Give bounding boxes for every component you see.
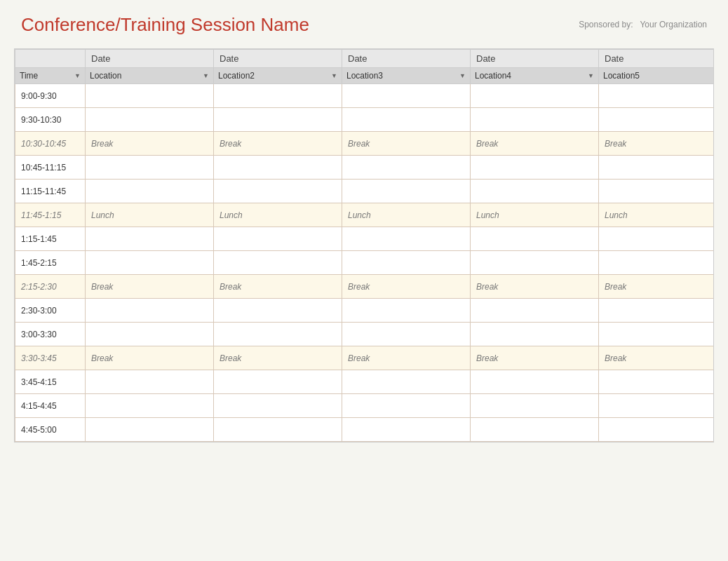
sponsor-label: Sponsored by:: [579, 20, 633, 29]
table-row: 3:45-4:15: [15, 370, 715, 394]
data-cell[interactable]: Break: [599, 275, 715, 299]
data-cell[interactable]: Break: [86, 132, 214, 156]
data-cell[interactable]: [86, 370, 214, 394]
sponsor-name: Your Organization: [640, 20, 707, 29]
data-cell[interactable]: [599, 299, 715, 323]
schedule-table: Date Date Date Date Date Time ▼ Location…: [15, 49, 714, 442]
data-cell[interactable]: [342, 108, 471, 132]
data-cell[interactable]: [342, 156, 471, 180]
data-cell[interactable]: [86, 227, 214, 251]
data-cell[interactable]: [214, 84, 342, 108]
location1-dropdown-icon[interactable]: ▼: [203, 72, 209, 79]
table-row: 9:30-10:30: [15, 108, 715, 132]
data-cell[interactable]: [342, 227, 471, 251]
table-row: 1:45-2:15: [15, 251, 715, 275]
data-cell[interactable]: Lunch: [599, 203, 715, 227]
time-cell: 11:45-1:15: [15, 203, 86, 227]
table-row: 2:15-2:30BreakBreakBreakBreakBreak: [15, 275, 715, 299]
data-cell[interactable]: [599, 180, 715, 203]
location5-header: Location5 ▼: [599, 68, 715, 84]
location5-label: Location5: [603, 71, 640, 81]
data-cell[interactable]: [214, 251, 342, 275]
data-cell[interactable]: [86, 108, 214, 132]
data-cell[interactable]: [471, 299, 599, 323]
data-cell[interactable]: [86, 323, 214, 346]
table-row: 4:15-4:45: [15, 394, 715, 418]
data-cell[interactable]: Break: [342, 275, 471, 299]
data-cell[interactable]: [342, 394, 471, 418]
data-cell[interactable]: [214, 108, 342, 132]
data-cell[interactable]: [214, 418, 342, 442]
data-cell[interactable]: [86, 418, 214, 442]
data-cell[interactable]: [471, 251, 599, 275]
location4-header: Location4 ▼: [471, 68, 599, 84]
data-cell[interactable]: Break: [471, 132, 599, 156]
data-cell[interactable]: Break: [599, 132, 715, 156]
data-cell[interactable]: [342, 299, 471, 323]
data-cell[interactable]: [86, 180, 214, 203]
data-cell[interactable]: [599, 108, 715, 132]
time-cell: 1:45-2:15: [15, 251, 86, 275]
data-cell[interactable]: [599, 227, 715, 251]
data-cell[interactable]: [342, 418, 471, 442]
data-cell[interactable]: [342, 323, 471, 346]
data-cell[interactable]: [342, 370, 471, 394]
data-cell[interactable]: [86, 251, 214, 275]
data-cell[interactable]: [471, 227, 599, 251]
data-cell[interactable]: [214, 227, 342, 251]
data-cell[interactable]: Break: [86, 275, 214, 299]
data-cell[interactable]: [86, 156, 214, 180]
data-cell[interactable]: Lunch: [342, 203, 471, 227]
data-cell[interactable]: Break: [214, 275, 342, 299]
data-cell[interactable]: [599, 251, 715, 275]
time-cell: 3:30-3:45: [15, 346, 86, 370]
data-cell[interactable]: [471, 370, 599, 394]
data-cell[interactable]: Break: [471, 275, 599, 299]
data-cell[interactable]: [599, 156, 715, 180]
location2-dropdown-icon[interactable]: ▼: [331, 72, 337, 79]
data-cell[interactable]: [471, 394, 599, 418]
data-cell[interactable]: [214, 156, 342, 180]
time-cell: 1:15-1:45: [15, 227, 86, 251]
location4-dropdown-icon[interactable]: ▼: [588, 72, 594, 79]
data-cell[interactable]: Break: [342, 132, 471, 156]
time-dropdown-icon[interactable]: ▼: [74, 72, 81, 79]
data-cell[interactable]: Lunch: [214, 203, 342, 227]
data-cell[interactable]: [214, 394, 342, 418]
data-cell[interactable]: [342, 180, 471, 203]
data-cell[interactable]: [86, 84, 214, 108]
data-cell[interactable]: [214, 323, 342, 346]
location3-dropdown-icon[interactable]: ▼: [459, 72, 466, 79]
time-cell: 10:45-11:15: [15, 156, 86, 180]
schedule-body: 9:00-9:309:30-10:3010:30-10:45BreakBreak…: [15, 84, 715, 442]
data-cell[interactable]: [471, 108, 599, 132]
data-cell[interactable]: [471, 156, 599, 180]
data-cell[interactable]: [86, 394, 214, 418]
data-cell[interactable]: [471, 84, 599, 108]
time-cell: 2:15-2:30: [15, 275, 86, 299]
date-header-row: Date Date Date Date Date: [15, 50, 715, 68]
data-cell[interactable]: [214, 299, 342, 323]
data-cell[interactable]: [599, 323, 715, 346]
data-cell[interactable]: Lunch: [86, 203, 214, 227]
data-cell[interactable]: [342, 251, 471, 275]
data-cell[interactable]: [471, 323, 599, 346]
data-cell[interactable]: [471, 418, 599, 442]
data-cell[interactable]: Break: [599, 346, 715, 370]
data-cell[interactable]: [599, 370, 715, 394]
data-cell[interactable]: [86, 299, 214, 323]
data-cell[interactable]: Break: [342, 346, 471, 370]
data-cell[interactable]: [214, 180, 342, 203]
data-cell[interactable]: Break: [86, 346, 214, 370]
data-cell[interactable]: Break: [214, 132, 342, 156]
data-cell[interactable]: Break: [471, 346, 599, 370]
data-cell[interactable]: Break: [214, 346, 342, 370]
data-cell[interactable]: [599, 84, 715, 108]
data-cell[interactable]: [471, 180, 599, 203]
data-cell[interactable]: [599, 418, 715, 442]
data-cell[interactable]: [342, 84, 471, 108]
data-cell[interactable]: Lunch: [471, 203, 599, 227]
table-row: 10:45-11:15: [15, 156, 715, 180]
data-cell[interactable]: [599, 394, 715, 418]
data-cell[interactable]: [214, 370, 342, 394]
